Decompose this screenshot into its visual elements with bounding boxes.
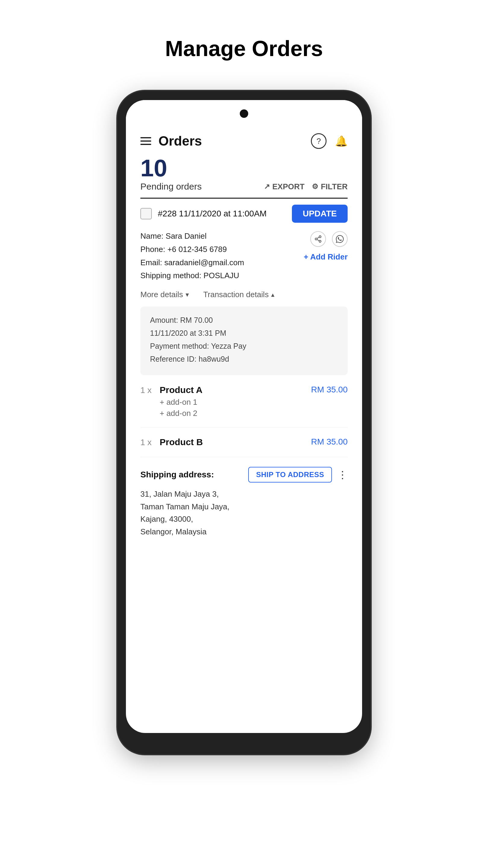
shipping-header: Shipping address: SHIP TO ADDRESS ⋮ xyxy=(140,467,348,483)
address-line2: Taman Taman Maju Jaya, xyxy=(140,502,230,511)
filter-button[interactable]: ⚙ FILTER xyxy=(312,182,348,191)
transaction-date: 11/11/2020 at 3:31 PM xyxy=(150,328,338,338)
transaction-payment-method: Payment method: Yezza Pay xyxy=(150,341,338,351)
header-left: Orders xyxy=(140,133,202,149)
hamburger-icon[interactable] xyxy=(140,137,151,145)
ship-to-address-button[interactable]: SHIP TO ADDRESS xyxy=(248,467,332,483)
share-whatsapp xyxy=(310,231,348,247)
phone-shell: Orders ? 🔔 10 Pending orders ↗︎ xyxy=(118,91,370,754)
bell-icon[interactable]: 🔔 xyxy=(335,135,348,147)
filter-icon: ⚙ xyxy=(312,182,318,191)
export-icon: ↗︎ xyxy=(264,182,270,191)
product-b-qty: 1 x xyxy=(140,437,155,447)
product-row-b: 1 x Product B RM 35.00 xyxy=(140,437,348,457)
pending-count: 10 xyxy=(140,156,348,180)
more-options-icon[interactable]: ⋮ xyxy=(337,469,348,481)
product-a-left: 1 x Product A + add-on 1 + add-on 2 xyxy=(140,385,202,420)
details-toggle: More details ▾ Transaction details ▴ xyxy=(140,290,348,299)
section-divider xyxy=(140,198,348,198)
export-button[interactable]: ↗︎ EXPORT xyxy=(264,182,304,191)
pending-section: 10 Pending orders ↗︎ EXPORT ⚙ FILTER xyxy=(140,156,348,192)
shipping-section: Shipping address: SHIP TO ADDRESS ⋮ 31, … xyxy=(140,467,348,538)
customer-details: Name: Sara Daniel Phone: +6 012-345 6789… xyxy=(140,231,348,284)
pending-label: Pending orders xyxy=(140,181,201,192)
svg-line-3 xyxy=(317,240,319,241)
order-checkbox[interactable] xyxy=(140,208,152,219)
product-b-left: 1 x Product B xyxy=(140,437,203,450)
app-header: Orders ? 🔔 xyxy=(140,127,348,156)
product-a-details: Product A + add-on 1 + add-on 2 xyxy=(160,385,202,420)
product-b-details: Product B xyxy=(160,437,203,450)
customer-actions: + Add Rider xyxy=(304,231,348,261)
transaction-details-toggle[interactable]: Transaction details ▴ xyxy=(203,290,274,299)
product-a-addon2: + add-on 2 xyxy=(160,409,202,418)
product-a-name: Product A xyxy=(160,385,202,395)
app-content: Orders ? 🔔 10 Pending orders ↗︎ xyxy=(126,127,362,556)
camera-area xyxy=(126,100,362,127)
camera-dot xyxy=(240,110,248,118)
svg-point-0 xyxy=(319,236,321,238)
product-a-price: RM 35.00 xyxy=(311,385,348,395)
address-line4: Selangor, Malaysia xyxy=(140,527,207,536)
customer-name: Name: Sara Daniel xyxy=(140,231,244,241)
transaction-amount: Amount: RM 70.00 xyxy=(150,315,338,326)
transaction-box: Amount: RM 70.00 11/11/2020 at 3:31 PM P… xyxy=(140,307,348,375)
svg-line-4 xyxy=(317,237,319,239)
more-details-toggle[interactable]: More details ▾ xyxy=(140,290,189,299)
product-row-a: 1 x Product A + add-on 1 + add-on 2 RM 3… xyxy=(140,385,348,427)
order-header-row: #228 11/11/2020 at 11:00AM UPDATE xyxy=(140,205,348,223)
pending-row: Pending orders ↗︎ EXPORT ⚙ FILTER xyxy=(140,181,348,192)
customer-info: Name: Sara Daniel Phone: +6 012-345 6789… xyxy=(140,231,244,284)
product-a-qty: 1 x xyxy=(140,385,155,395)
customer-email: Email: saradaniel@gmail.com xyxy=(140,258,244,268)
product-a-addon1: + add-on 1 xyxy=(160,398,202,407)
product-b-price: RM 35.00 xyxy=(311,437,348,447)
address-line1: 31, Jalan Maju Jaya 3, xyxy=(140,490,219,498)
svg-point-1 xyxy=(315,238,317,240)
header-icons: ? 🔔 xyxy=(311,133,348,149)
phone-screen: Orders ? 🔔 10 Pending orders ↗︎ xyxy=(126,100,362,733)
shipping-method: Shipping method: POSLAJU xyxy=(140,271,244,281)
order-card: #228 11/11/2020 at 11:00AM UPDATE Name: … xyxy=(140,205,348,538)
header-title: Orders xyxy=(158,133,202,149)
customer-phone: Phone: +6 012-345 6789 xyxy=(140,244,244,255)
page-title: Manage Orders xyxy=(165,36,323,61)
order-id-date: #228 11/11/2020 at 11:00AM xyxy=(158,209,267,218)
transaction-reference-id: Reference ID: ha8wu9d xyxy=(150,354,338,364)
shipping-actions: SHIP TO ADDRESS ⋮ xyxy=(248,467,348,483)
help-icon[interactable]: ? xyxy=(311,133,327,149)
address-line3: Kajang, 43000, xyxy=(140,515,193,524)
product-b-name: Product B xyxy=(160,437,203,447)
shipping-address: 31, Jalan Maju Jaya 3, Taman Taman Maju … xyxy=(140,488,348,538)
whatsapp-icon[interactable] xyxy=(332,231,348,247)
transaction-details-arrow: ▴ xyxy=(271,291,274,299)
svg-point-2 xyxy=(319,240,321,242)
order-header-left: #228 11/11/2020 at 11:00AM xyxy=(140,208,267,219)
add-rider-button[interactable]: + Add Rider xyxy=(304,252,348,261)
action-buttons: ↗︎ EXPORT ⚙ FILTER xyxy=(264,182,348,191)
share-icon[interactable] xyxy=(310,231,326,247)
shipping-label: Shipping address: xyxy=(140,470,214,479)
update-button[interactable]: UPDATE xyxy=(292,205,348,223)
more-details-arrow: ▾ xyxy=(186,291,189,299)
